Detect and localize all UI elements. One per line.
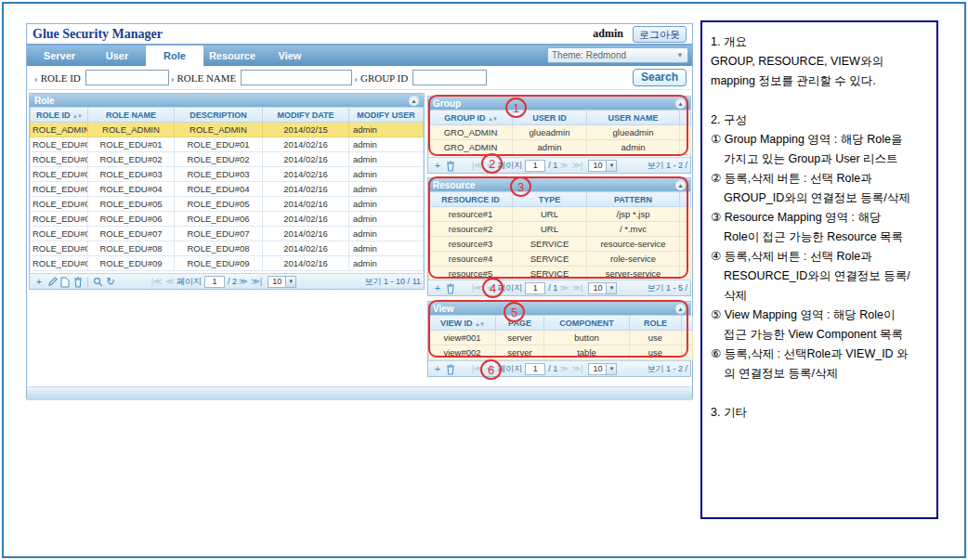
logout-button[interactable]: 로그아웃	[633, 26, 687, 43]
view-col-page[interactable]: PAGE	[496, 316, 544, 331]
group-panel-title: Group	[433, 98, 461, 109]
delete-icon[interactable]	[72, 275, 85, 289]
group-col-group-id[interactable]: GROUP ID ▲▼	[429, 111, 513, 125]
table-row[interactable]: GRO_ADMINadminadmin	[429, 140, 691, 155]
refresh-icon[interactable]: ↻	[104, 275, 117, 289]
last-page-icon[interactable]: ≫|	[572, 283, 583, 293]
edit-icon[interactable]	[46, 275, 59, 289]
role-col-description[interactable]: DESCRIPTION	[175, 108, 263, 123]
table-row[interactable]: ROLE_EDU#02ROLE_EDU#02ROLE_EDU#022014/02…	[31, 152, 424, 167]
table-row[interactable]: resource#3SERVICEresource-service	[429, 237, 691, 252]
table-row[interactable]: view#001serverbuttonuse	[429, 331, 693, 345]
table-cell: 2014/02/16	[263, 241, 349, 256]
table-cell: resource#1	[429, 207, 513, 222]
resource-col-resource-id[interactable]: RESOURCE ID	[429, 192, 513, 207]
note-line: ④ 등록,삭제 버튼 : 선택 Role과	[711, 247, 928, 267]
group-table: GROUP ID ▲▼ USER ID USER NAME GRO_ADMINg…	[428, 110, 691, 155]
table-cell: / *.mvc	[587, 222, 680, 237]
page-input[interactable]	[204, 276, 225, 288]
table-row[interactable]: ROLE_EDU#01ROLE_EDU#01ROLE_EDU#012014/02…	[31, 137, 424, 152]
page-input[interactable]	[525, 160, 545, 172]
table-cell: ROLE_EDU#05	[88, 197, 175, 212]
table-row[interactable]: ROLE_EDU#09ROLE_EDU#09ROLE_EDU#092014/02…	[31, 256, 424, 271]
table-row[interactable]: ROLE_ADMINROLE_ADMINROLE_ADMIN2014/02/15…	[31, 123, 424, 137]
collapse-icon[interactable]: ▲	[675, 98, 686, 109]
table-row[interactable]: ROLE_EDU#05ROLE_EDU#05ROLE_EDU#052014/02…	[31, 197, 424, 212]
role-col-role-id[interactable]: ROLE ID ▲▼	[31, 108, 88, 123]
role-table: ROLE ID ▲▼ ROLE NAME DESCRIPTION MODIFY …	[30, 107, 424, 271]
view-col-role[interactable]: ROLE	[630, 316, 682, 331]
table-row[interactable]: resource#2URL/ *.mvc	[429, 222, 691, 237]
first-page-icon[interactable]: |≪	[151, 277, 163, 286]
table-row[interactable]: ROLE_EDU#06ROLE_EDU#06ROLE_EDU#062014/02…	[31, 212, 424, 227]
first-page-icon[interactable]: |≪	[472, 161, 483, 170]
next-page-icon[interactable]: ≫	[559, 161, 568, 170]
add-icon[interactable]: +	[431, 159, 444, 173]
add-icon[interactable]: +	[431, 362, 444, 376]
prev-page-icon[interactable]: ≪	[166, 277, 175, 286]
tab-resource[interactable]: Resource	[203, 46, 261, 66]
tab-view[interactable]: View	[261, 46, 319, 66]
table-cell: ROLE_EDU#08	[31, 241, 88, 256]
page-size-select[interactable]: 10 ▼	[588, 363, 617, 375]
tab-user[interactable]: User	[88, 46, 146, 66]
search-button[interactable]: Search	[633, 69, 687, 86]
next-page-icon[interactable]: ≫	[239, 277, 247, 286]
theme-dropdown[interactable]: Theme: Redmond ▼	[547, 47, 688, 63]
group-col-user-name[interactable]: USER NAME	[587, 111, 680, 125]
page-size-select[interactable]: 10 ▼	[588, 282, 617, 294]
tab-role[interactable]: Role	[146, 46, 203, 66]
collapse-icon[interactable]: ▲	[409, 96, 419, 106]
table-cell: admin	[349, 152, 424, 167]
prev-page-icon[interactable]: ≪	[487, 161, 495, 170]
last-page-icon[interactable]: ≫|	[572, 161, 583, 170]
delete-icon[interactable]	[444, 362, 457, 376]
table-cell: ROLE_EDU#03	[175, 167, 263, 182]
page-input[interactable]	[525, 282, 545, 294]
table-row[interactable]: ROLE_EDU#03ROLE_EDU#03ROLE_EDU#032014/02…	[31, 167, 424, 182]
prev-page-icon[interactable]: ≪	[487, 364, 495, 373]
delete-icon[interactable]	[444, 159, 457, 173]
next-page-icon[interactable]: ≫	[559, 283, 568, 293]
page-input[interactable]	[525, 363, 545, 375]
view-col-component[interactable]: COMPONENT	[544, 316, 630, 331]
role-col-modify-user[interactable]: MODIFY USER	[349, 108, 424, 123]
page-size-select[interactable]: 10 ▼	[268, 276, 296, 288]
role-col-role-name[interactable]: ROLE NAME	[88, 108, 175, 123]
resource-col-pattern[interactable]: PATTERN	[587, 192, 680, 207]
table-cell: 2014/02/16	[263, 227, 349, 241]
add-icon[interactable]: +	[33, 275, 46, 289]
first-page-icon[interactable]: |≪	[472, 364, 483, 373]
table-row[interactable]: ROLE_EDU#08ROLE_EDU#08ROLE_EDU#082014/02…	[31, 241, 424, 256]
note-line: 가지고 있는 Group과 User 리스트	[711, 150, 928, 169]
collapse-icon[interactable]: ▲	[675, 304, 686, 314]
table-row[interactable]: GRO_ADMINglueadminglueadmin	[429, 125, 691, 140]
next-page-icon[interactable]: ≫	[559, 364, 568, 373]
table-row[interactable]: view#002servertableuse	[429, 345, 693, 360]
last-page-icon[interactable]: ≫|	[572, 364, 583, 373]
table-row[interactable]: resource#1URL/jsp *.jsp	[429, 207, 691, 222]
page-size-select[interactable]: 10 ▼	[588, 160, 617, 172]
add-icon[interactable]: +	[431, 281, 444, 295]
search-record-icon[interactable]	[91, 275, 104, 289]
table-row[interactable]: ROLE_EDU#04ROLE_EDU#04ROLE_EDU#042014/02…	[31, 182, 424, 197]
collapse-icon[interactable]: ▲	[675, 180, 686, 190]
table-row[interactable]: ROLE_EDU#07ROLE_EDU#07ROLE_EDU#072014/02…	[31, 227, 424, 241]
last-page-icon[interactable]: ≫|	[251, 277, 262, 286]
resource-col-type[interactable]: TYPE	[513, 192, 587, 207]
view-col-view-id[interactable]: VIEW ID ▲▼	[429, 316, 496, 331]
note-line	[711, 384, 928, 403]
role-id-input[interactable]	[85, 70, 169, 85]
view-record-icon[interactable]	[59, 275, 72, 289]
role-col-modify-date[interactable]: MODIFY DATE	[263, 108, 349, 123]
tab-server[interactable]: Server	[31, 46, 88, 66]
note-line: ③ Resource Mapping 영역 : 해당	[711, 208, 928, 228]
group-id-input[interactable]	[412, 70, 487, 85]
table-cell: resource-service	[587, 237, 680, 252]
table-row[interactable]: resource#4SERVICErole-service	[429, 252, 691, 267]
prev-page-icon[interactable]: ≪	[487, 283, 495, 293]
delete-icon[interactable]	[444, 281, 457, 295]
first-page-icon[interactable]: |≪	[472, 283, 483, 293]
group-col-user-id[interactable]: USER ID	[513, 111, 587, 125]
role-name-input[interactable]	[241, 70, 352, 85]
